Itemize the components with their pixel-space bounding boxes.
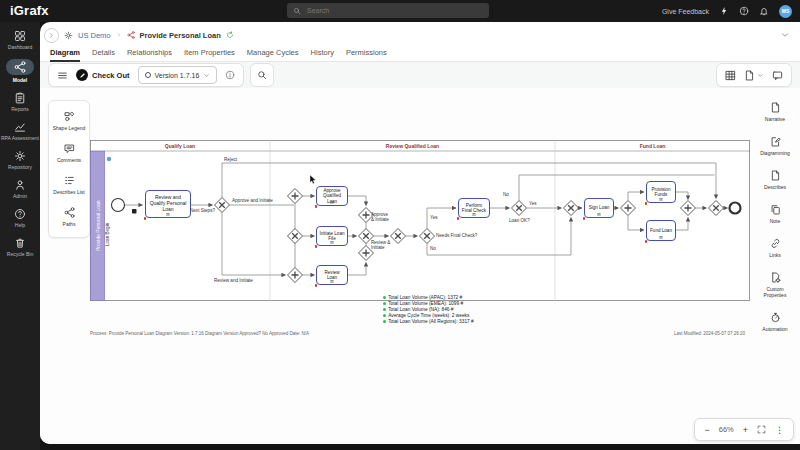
diagram-footer-info: Process: Provide Personal Loan Diagram V… — [90, 331, 309, 336]
tab-permissions[interactable]: Permissions — [346, 48, 387, 60]
phase-qualify-loan: Qualify Loan — [90, 142, 270, 150]
sidebar-item-repository[interactable]: Repository — [0, 145, 40, 174]
paths-button[interactable]: Paths — [49, 201, 89, 233]
narrative-button[interactable]: Narrative — [755, 96, 795, 128]
describes-list-button[interactable]: Describes List — [49, 169, 89, 201]
page-icon — [744, 70, 755, 81]
task-approve-qualified-loan[interactable]: Approve Qualified Loan⊞ — [316, 186, 348, 206]
zoom-in-button[interactable]: + — [743, 425, 748, 435]
version-status-icon — [145, 72, 151, 78]
zoom-out-button[interactable]: − — [704, 425, 709, 435]
app-sidebar: Dashboard Model Reports RPA Assessment R… — [0, 22, 40, 450]
custom-properties-button[interactable]: Custom Properties — [755, 266, 795, 304]
tab-history[interactable]: History — [311, 48, 334, 60]
edge-label-yes-check: Yes — [430, 215, 438, 220]
tab-relationships[interactable]: Relationships — [127, 48, 172, 60]
last-modified-text: Last Modified: 2024-05-07 07:26:20 — [674, 331, 745, 336]
describes-button[interactable]: Describes — [755, 164, 795, 196]
automation-button[interactable]: Automation — [755, 306, 795, 338]
task-provision-funds[interactable]: Provision Funds⊞ — [646, 181, 676, 203]
diagram-search-button[interactable] — [250, 63, 274, 87]
task-initiate-loan-file[interactable]: Initiate Loan File⊞ — [316, 226, 348, 246]
phase-review-qualified-loan: Review Qualified Loan — [270, 142, 555, 150]
kpi-item: Total Loan Volume (All Regions): 3317 # — [383, 319, 474, 324]
automation-gauge-icon — [770, 312, 781, 324]
kpi-item: Total Loan Volume (EMEA): 1099 # — [383, 301, 474, 306]
note-copy-icon — [770, 204, 781, 216]
subprocess-marker-icon: ⊞ — [330, 201, 334, 206]
breadcrumb-separator-icon — [116, 32, 122, 38]
task-perform-final-check[interactable]: Perform Final Check⊞ — [458, 198, 490, 218]
phase-fund-loan: Fund Loan — [555, 142, 750, 150]
check-out-button[interactable]: Check Out — [76, 69, 130, 81]
igrafx-logo: iGrafx — [10, 3, 49, 18]
diagramming-pen-icon — [770, 136, 781, 148]
diagram-workspace: Shape Legend Comments Describes List Pat… — [40, 88, 800, 444]
tab-manage-cycles[interactable]: Manage Cycles — [247, 48, 299, 60]
help-icon[interactable] — [739, 6, 749, 16]
search-icon — [293, 7, 301, 15]
start-event[interactable] — [112, 199, 125, 212]
note-button[interactable]: Note — [755, 198, 795, 230]
shape-legend-icon — [64, 111, 75, 123]
info-dot — [107, 157, 111, 161]
links-button[interactable]: Links — [755, 232, 795, 264]
grid-view-icon[interactable] — [725, 70, 736, 81]
tab-details[interactable]: Details — [92, 48, 115, 60]
green-dot-icon — [383, 302, 386, 305]
task-review-loan[interactable]: Review Loan⊞ — [316, 265, 348, 285]
kebab-menu-icon[interactable]: ⋮ — [775, 425, 784, 435]
bpmn-canvas[interactable]: Qualify Loan Review Qualified Loan Fund … — [90, 140, 750, 344]
tab-item-properties[interactable]: Item Properties — [184, 48, 235, 60]
kpi-item: Total Loan Volume (APAC): 1372 # — [383, 295, 474, 300]
diagramming-button[interactable]: Diagramming — [755, 130, 795, 162]
chevron-down-icon — [203, 72, 210, 79]
subprocess-marker-icon: ⊞ — [330, 280, 334, 285]
tab-diagram[interactable]: Diagram — [50, 48, 80, 62]
sidebar-item-dashboard[interactable]: Dashboard — [0, 25, 40, 54]
rpa-chart-icon — [14, 121, 26, 133]
search-input[interactable] — [305, 6, 483, 15]
menu-icon[interactable] — [57, 70, 68, 81]
chevron-down-icon[interactable] — [780, 30, 790, 40]
breadcrumb: US Demo Provide Personal Loan — [40, 22, 800, 48]
comment-icon[interactable] — [772, 70, 783, 81]
comments-button[interactable]: Comments — [49, 137, 89, 169]
task-review-and-qualify-personal-loan[interactable]: Review and Qualify Personal Loan⊞ — [145, 190, 191, 218]
chevron-right-icon — [48, 32, 55, 39]
search-icon — [257, 70, 267, 80]
fit-to-screen-icon[interactable] — [757, 425, 766, 434]
subprocess-marker-icon: ⊞ — [166, 213, 170, 218]
give-feedback-link[interactable]: Give Feedback — [662, 8, 709, 15]
help-circle-icon — [14, 208, 26, 220]
page-options-button[interactable] — [744, 70, 764, 81]
comment-bubble-icon — [64, 143, 75, 155]
kpi-item: Total Loan Volume (NA): 846 # — [383, 307, 474, 312]
lightning-icon[interactable] — [719, 6, 729, 16]
dashboard-grid-icon — [14, 30, 26, 42]
shape-legend-button[interactable]: Shape Legend — [49, 105, 89, 137]
annotation-marker — [132, 209, 137, 214]
sidebar-item-model[interactable]: Model — [0, 54, 40, 87]
global-search[interactable] — [287, 3, 489, 18]
sidebar-item-help[interactable]: Help — [0, 203, 40, 232]
process-share-icon — [127, 31, 135, 39]
version-dropdown[interactable]: Version 1.7.16 — [138, 66, 218, 84]
user-avatar[interactable]: MS — [779, 5, 792, 18]
task-sign-loan[interactable]: Sign Loan⊞ — [584, 198, 614, 218]
sidebar-item-admin[interactable]: Admin — [0, 174, 40, 203]
collapse-panel-button[interactable] — [44, 28, 59, 43]
info-icon[interactable] — [225, 70, 235, 80]
breadcrumb-workspace[interactable]: US Demo — [78, 31, 111, 40]
refresh-status-icon[interactable] — [226, 31, 234, 39]
end-event[interactable] — [730, 203, 741, 214]
sidebar-item-reports[interactable]: Reports — [0, 87, 40, 116]
zoom-controls: − 66% + ⋮ — [694, 418, 794, 441]
notifications-bell-icon[interactable] — [759, 6, 769, 16]
task-fund-loan[interactable]: Fund Loan⊞ — [646, 220, 676, 241]
edge-label-reject: Reject — [224, 157, 237, 162]
sidebar-item-recycle-bin[interactable]: Recycle Bin — [0, 232, 40, 261]
sidebar-item-rpa-assessment[interactable]: RPA Assessment — [0, 116, 40, 145]
green-dot-icon — [383, 320, 386, 323]
reports-clipboard-icon — [14, 92, 26, 104]
